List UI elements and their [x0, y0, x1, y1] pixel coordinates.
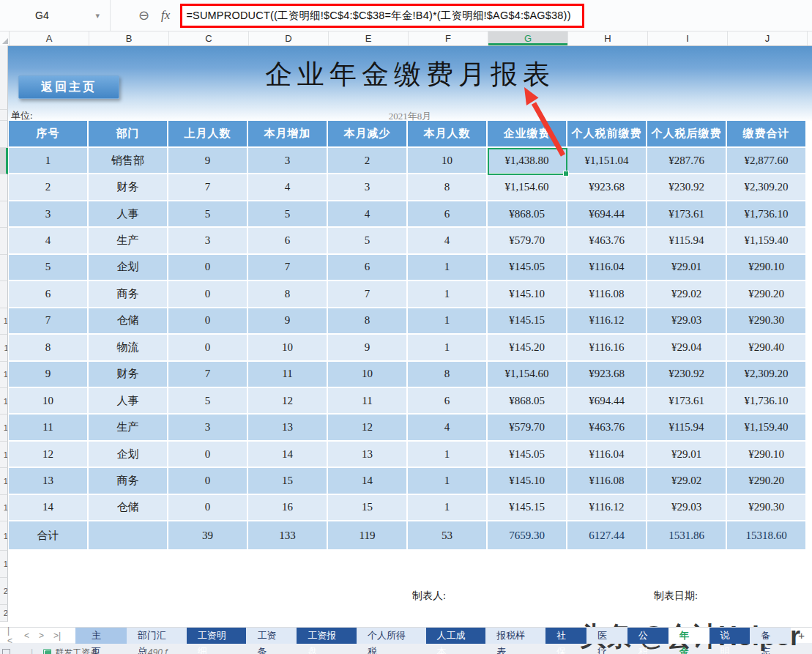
table-cell[interactable]: 12 [9, 442, 89, 468]
total-cell[interactable] [89, 521, 168, 551]
table-cell[interactable]: ¥287.76 [647, 148, 727, 174]
table-cell[interactable]: ¥29.02 [647, 468, 727, 494]
table-cell[interactable]: 3 [248, 148, 328, 174]
table-cell[interactable]: 7 [168, 174, 248, 201]
row-header-3[interactable]: 3 [0, 121, 8, 148]
table-cell[interactable]: ¥923.68 [567, 362, 647, 388]
table-cell[interactable]: ¥29.01 [647, 442, 727, 468]
table-cell[interactable]: ¥2,877.60 [727, 148, 807, 174]
table-cell[interactable]: 1 [408, 308, 488, 335]
sheet-tab-说明[interactable]: 说明 [709, 628, 750, 644]
sheet-tab-医疗[interactable]: 医疗 [586, 628, 627, 644]
table-header-cell[interactable]: 企业缴费 [488, 121, 567, 148]
table-cell[interactable]: ¥463.76 [567, 228, 647, 254]
column-header-J[interactable]: J [728, 31, 808, 45]
table-cell[interactable]: 10 [408, 148, 488, 174]
row-header-9[interactable]: 9 [0, 281, 8, 308]
table-cell[interactable]: 15 [248, 468, 328, 494]
row-header-18[interactable]: 18 [0, 521, 8, 551]
table-cell[interactable]: 8 [408, 362, 488, 388]
table-cell[interactable]: 4 [408, 415, 488, 441]
table-cell[interactable]: ¥290.30 [727, 308, 807, 335]
sheet-tab-年金[interactable]: 年金 [668, 628, 709, 644]
table-cell[interactable]: 7 [9, 308, 89, 335]
table-cell[interactable]: 5 [168, 388, 248, 415]
column-header-A[interactable]: A [10, 31, 89, 45]
table-header-cell[interactable]: 本月减少 [328, 121, 408, 148]
tab-nav-arrow-1[interactable]: < [24, 631, 29, 641]
total-cell[interactable]: 合计 [9, 521, 89, 551]
table-cell[interactable]: ¥290.10 [727, 255, 807, 281]
fill-handle[interactable] [563, 171, 569, 176]
row-header-20[interactable]: 20 [0, 578, 8, 605]
table-cell[interactable]: 1 [408, 442, 488, 468]
table-cell[interactable]: ¥116.12 [567, 308, 647, 335]
table-cell[interactable]: 1 [408, 335, 488, 361]
row-header-15[interactable]: 15 [0, 442, 8, 468]
select-all-corner[interactable] [0, 31, 10, 45]
row-header-13[interactable]: 13 [0, 388, 8, 415]
table-cell[interactable]: ¥29.02 [647, 281, 727, 308]
table-cell[interactable]: ¥290.40 [727, 335, 807, 361]
table-cell[interactable]: 11 [248, 362, 328, 388]
table-cell[interactable]: ¥290.10 [727, 442, 807, 468]
table-cell[interactable]: 仓储 [89, 495, 168, 521]
table-cell[interactable]: 6 [9, 281, 89, 308]
table-cell[interactable]: 2 [9, 174, 89, 201]
table-cell[interactable]: 4 [408, 228, 488, 254]
table-cell[interactable]: 10 [248, 335, 328, 361]
table-cell[interactable]: 7 [168, 362, 248, 388]
table-cell[interactable]: 6 [248, 228, 328, 254]
row-header-6[interactable]: 6 [0, 201, 8, 228]
table-cell[interactable]: 13 [9, 468, 89, 494]
sheet-tab-社保[interactable]: 社保 [545, 628, 586, 644]
table-cell[interactable]: ¥1,154.60 [488, 174, 567, 201]
table-cell[interactable]: 3 [168, 415, 248, 441]
column-header-G[interactable]: G [488, 31, 568, 45]
table-cell[interactable]: 商务 [89, 468, 168, 494]
table-cell[interactable]: 5 [248, 201, 328, 228]
table-header-cell[interactable]: 本月增加 [248, 121, 328, 148]
table-cell[interactable]: 6 [328, 255, 408, 281]
row-header-21[interactable]: 21 [0, 605, 8, 622]
table-cell[interactable]: 0 [168, 308, 248, 335]
row-header-16[interactable]: 16 [0, 468, 8, 494]
table-cell[interactable]: 3 [9, 201, 89, 228]
table-cell[interactable]: 2 [328, 148, 408, 174]
table-cell[interactable]: ¥1,154.60 [488, 362, 567, 388]
table-cell[interactable]: 13 [248, 415, 328, 441]
sheet-tab-主页[interactable]: 主页 [75, 628, 127, 644]
table-cell[interactable]: ¥116.12 [567, 495, 647, 521]
table-cell[interactable]: 生产 [89, 228, 168, 254]
table-cell[interactable]: 14 [248, 442, 328, 468]
sheet-tab-人工成本[interactable]: 人工成本 [426, 628, 486, 644]
name-box-dropdown-icon[interactable]: ▾ [95, 11, 100, 21]
table-cell[interactable]: ¥115.94 [647, 415, 727, 441]
total-cell[interactable]: 119 [328, 521, 408, 551]
table-cell[interactable]: 3 [328, 174, 408, 201]
total-cell[interactable]: 53 [408, 521, 488, 551]
row-header-7[interactable]: 7 [0, 228, 8, 254]
selected-cell-outline[interactable] [488, 148, 567, 175]
table-cell[interactable]: 0 [168, 335, 248, 361]
table-cell[interactable]: 4 [248, 174, 328, 201]
total-cell[interactable]: 7659.30 [488, 521, 567, 551]
column-header-F[interactable]: F [409, 31, 488, 45]
table-cell[interactable]: ¥2,309.20 [727, 174, 807, 201]
table-cell[interactable]: ¥230.92 [647, 174, 727, 201]
table-cell[interactable]: 5 [9, 255, 89, 281]
table-cell[interactable]: 企划 [89, 442, 168, 468]
table-cell[interactable]: 1 [408, 255, 488, 281]
total-cell[interactable]: 1531.86 [647, 521, 727, 551]
table-cell[interactable]: 5 [168, 201, 248, 228]
row-header-10[interactable]: 10 [0, 308, 8, 335]
table-cell[interactable]: ¥116.16 [567, 335, 647, 361]
table-cell[interactable]: 企划 [89, 255, 168, 281]
row-header-1[interactable]: 1 [0, 45, 8, 110]
table-cell[interactable]: 8 [248, 281, 328, 308]
table-cell[interactable]: ¥145.10 [488, 281, 567, 308]
table-cell[interactable]: ¥173.61 [647, 388, 727, 415]
sheet-tab-个人所得税[interactable]: 个人所得税 [357, 628, 426, 644]
table-cell[interactable]: 10 [328, 362, 408, 388]
table-cell[interactable]: ¥1,736.10 [727, 388, 807, 415]
